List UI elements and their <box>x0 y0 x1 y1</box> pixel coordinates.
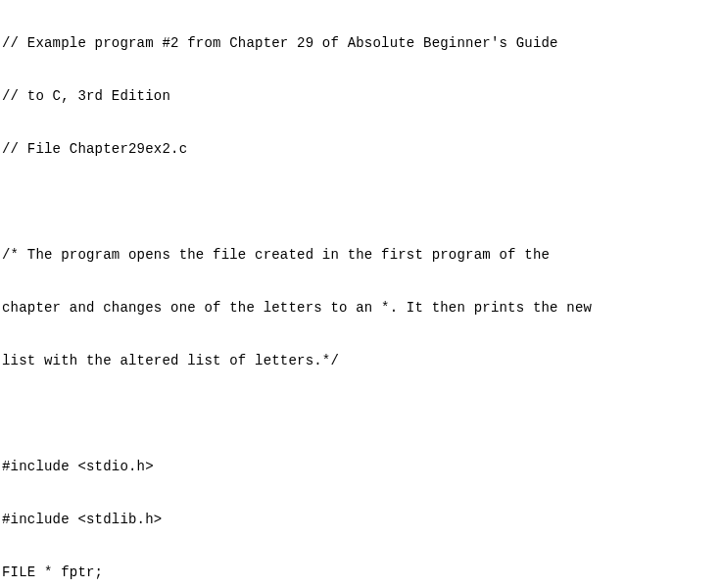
code-line: #include <stdlib.h> <box>2 507 721 533</box>
code-line <box>2 401 721 427</box>
code-line: #include <stdio.h> <box>2 454 721 480</box>
code-line: /* The program opens the file created in… <box>2 242 721 269</box>
code-line: chapter and changes one of the letters t… <box>2 295 721 321</box>
code-line: // Example program #2 from Chapter 29 of… <box>2 30 721 57</box>
code-line <box>2 189 721 216</box>
code-block: // Example program #2 from Chapter 29 of… <box>0 0 721 588</box>
code-line: list with the altered list of letters.*/ <box>2 348 721 374</box>
code-line: // to C, 3rd Edition <box>2 83 721 110</box>
code-line: FILE * fptr; <box>2 560 721 586</box>
code-line: // File Chapter29ex2.c <box>2 136 721 163</box>
